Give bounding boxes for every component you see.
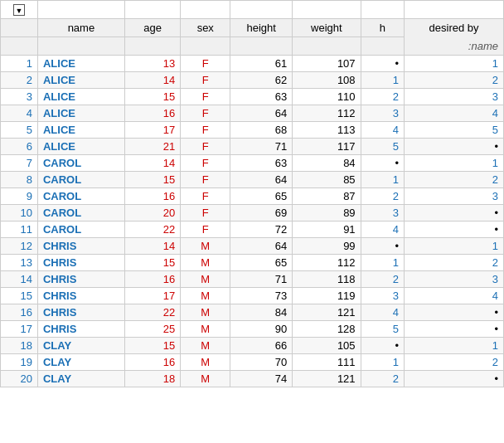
row-age: 22 bbox=[124, 221, 180, 237]
row-desired: • bbox=[405, 320, 504, 337]
row-age: 16 bbox=[124, 353, 180, 370]
row-weight: 117 bbox=[293, 138, 361, 154]
row-sex: F bbox=[181, 121, 230, 138]
row-weight: 118 bbox=[293, 270, 361, 287]
row-index: 11 bbox=[1, 221, 38, 237]
row-name: CHRIS bbox=[37, 254, 124, 270]
row-desired: 4 bbox=[405, 287, 504, 304]
row-index: 8 bbox=[1, 171, 38, 187]
row-weight: 112 bbox=[293, 254, 361, 270]
row-age: 17 bbox=[124, 287, 180, 304]
row-height: 68 bbox=[230, 121, 293, 138]
row-sex: M bbox=[181, 370, 230, 387]
row-name: CLAY bbox=[37, 337, 124, 353]
row-desired: 1 bbox=[405, 237, 504, 254]
row-sex: F bbox=[181, 187, 230, 204]
row-sex: M bbox=[181, 270, 230, 287]
row-age: 18 bbox=[124, 370, 180, 387]
row-name: CHRIS bbox=[37, 287, 124, 304]
row-sex: M bbox=[181, 254, 230, 270]
filter-row: ▼ bbox=[1, 1, 504, 19]
table-row: 4 ALICE 16 F 64 112 3 4 bbox=[1, 105, 504, 121]
row-h: 2 bbox=[361, 370, 404, 387]
row-index: 12 bbox=[1, 237, 38, 254]
header-weight: weight bbox=[293, 19, 361, 37]
row-weight: 87 bbox=[293, 187, 361, 204]
row-weight: 119 bbox=[293, 287, 361, 304]
row-weight: 108 bbox=[293, 71, 361, 88]
row-name: CHRIS bbox=[37, 270, 124, 287]
row-height: 71 bbox=[230, 270, 293, 287]
row-h: • bbox=[361, 337, 404, 353]
header-desired-top: desired by bbox=[405, 19, 504, 37]
row-height: 74 bbox=[230, 370, 293, 387]
row-height: 62 bbox=[230, 71, 293, 88]
row-name: CAROL bbox=[37, 154, 124, 171]
row-sex: F bbox=[181, 154, 230, 171]
row-name: ALICE bbox=[37, 71, 124, 88]
table-row: 3 ALICE 15 F 63 110 2 3 bbox=[1, 88, 504, 105]
row-sex: F bbox=[181, 88, 230, 105]
row-name: ALICE bbox=[37, 88, 124, 105]
row-height: 72 bbox=[230, 221, 293, 237]
row-index: 5 bbox=[1, 121, 38, 138]
table-row: 19 CLAY 16 M 70 111 1 2 bbox=[1, 353, 504, 370]
table-row: 9 CAROL 16 F 65 87 2 3 bbox=[1, 187, 504, 204]
row-age: 15 bbox=[124, 337, 180, 353]
row-index: 13 bbox=[1, 254, 38, 270]
row-weight: 91 bbox=[293, 221, 361, 237]
row-name: CLAY bbox=[37, 370, 124, 387]
row-h: 3 bbox=[361, 105, 404, 121]
row-name: CHRIS bbox=[37, 237, 124, 254]
row-weight: 110 bbox=[293, 88, 361, 105]
row-sex: M bbox=[181, 287, 230, 304]
row-desired: • bbox=[405, 138, 504, 154]
row-desired: • bbox=[405, 304, 504, 320]
row-height: 61 bbox=[230, 55, 293, 71]
row-weight: 121 bbox=[293, 304, 361, 320]
row-height: 84 bbox=[230, 304, 293, 320]
row-weight: 84 bbox=[293, 154, 361, 171]
row-desired: 2 bbox=[405, 171, 504, 187]
row-name: CLAY bbox=[37, 353, 124, 370]
table-row: 12 CHRIS 14 M 64 99 • 1 bbox=[1, 237, 504, 254]
row-desired: 3 bbox=[405, 270, 504, 287]
row-sex: M bbox=[181, 237, 230, 254]
row-sex: F bbox=[181, 204, 230, 221]
row-desired: 1 bbox=[405, 337, 504, 353]
row-name: CAROL bbox=[37, 204, 124, 221]
row-weight: 121 bbox=[293, 370, 361, 387]
table-row: 13 CHRIS 15 M 65 112 1 2 bbox=[1, 254, 504, 270]
row-age: 14 bbox=[124, 71, 180, 88]
row-age: 17 bbox=[124, 121, 180, 138]
filter-icon[interactable]: ▼ bbox=[13, 4, 25, 16]
table-row: 10 CAROL 20 F 69 89 3 • bbox=[1, 204, 504, 221]
row-name: CAROL bbox=[37, 221, 124, 237]
row-age: 15 bbox=[124, 171, 180, 187]
row-height: 69 bbox=[230, 204, 293, 221]
row-index: 18 bbox=[1, 337, 38, 353]
table-row: 2 ALICE 14 F 62 108 1 2 bbox=[1, 71, 504, 88]
table-row: 6 ALICE 21 F 71 117 5 • bbox=[1, 138, 504, 154]
header-sex: sex bbox=[181, 19, 230, 37]
row-h: 4 bbox=[361, 221, 404, 237]
row-name: CHRIS bbox=[37, 320, 124, 337]
row-h: • bbox=[361, 154, 404, 171]
row-index: 1 bbox=[1, 55, 38, 71]
row-weight: 113 bbox=[293, 121, 361, 138]
row-h: 3 bbox=[361, 204, 404, 221]
row-age: 25 bbox=[124, 320, 180, 337]
row-desired: 3 bbox=[405, 88, 504, 105]
row-h: 1 bbox=[361, 171, 404, 187]
row-height: 64 bbox=[230, 237, 293, 254]
header-age: age bbox=[124, 19, 180, 37]
row-h: 1 bbox=[361, 353, 404, 370]
row-desired: 1 bbox=[405, 55, 504, 71]
table-row: 7 CAROL 14 F 63 84 • 1 bbox=[1, 154, 504, 171]
row-height: 70 bbox=[230, 353, 293, 370]
row-weight: 85 bbox=[293, 171, 361, 187]
row-name: CAROL bbox=[37, 171, 124, 187]
row-index: 15 bbox=[1, 287, 38, 304]
row-height: 64 bbox=[230, 105, 293, 121]
row-h: 3 bbox=[361, 287, 404, 304]
